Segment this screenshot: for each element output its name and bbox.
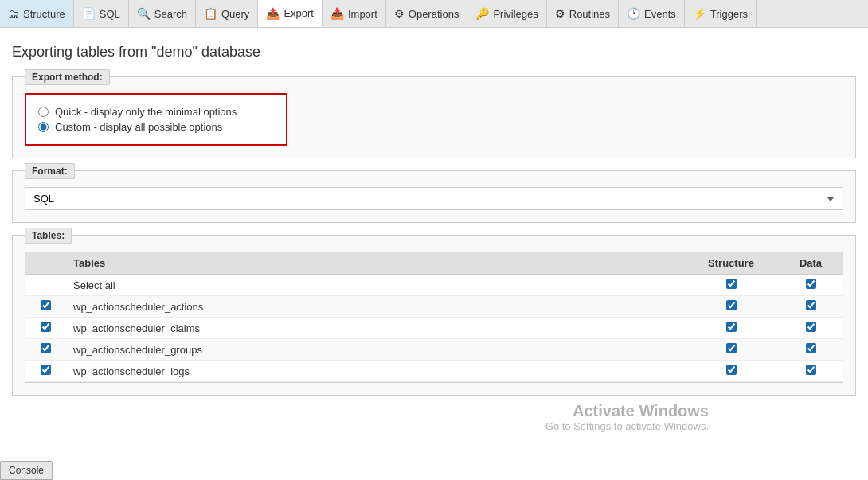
row1-structure-cb[interactable] xyxy=(726,300,737,310)
row3-checkbox[interactable] xyxy=(41,343,51,353)
format-label: Format: xyxy=(25,163,75,179)
watermark-line2: Go to Settings to activate Windows. xyxy=(545,420,709,432)
nav-item-triggers[interactable]: ⚡ Triggers xyxy=(685,0,757,27)
row2-structure-cb[interactable] xyxy=(726,322,737,332)
nav-item-operations[interactable]: ⚙ Operations xyxy=(386,0,468,27)
row2-structure-cell xyxy=(683,318,779,339)
row4-structure-cell xyxy=(683,361,779,382)
quick-option[interactable]: Quick - display only the minimal options xyxy=(38,106,274,118)
search-icon: 🔍 xyxy=(137,7,151,20)
select-all-checkbox-cell xyxy=(25,275,65,296)
row4-checkbox[interactable] xyxy=(41,365,51,375)
table-body: Select all xyxy=(25,275,843,382)
table-row: wp_actionscheduler_logs xyxy=(25,361,843,382)
table-header: Tables Structure Data xyxy=(25,252,843,275)
row1-checkbox[interactable] xyxy=(41,300,51,310)
page-title: Exporting tables from "demo" database xyxy=(12,44,856,60)
col-checkbox xyxy=(25,252,65,275)
nav-item-import[interactable]: 📥 Import xyxy=(323,0,386,27)
export-method-content: Quick - display only the minimal options… xyxy=(25,93,843,146)
sql-icon: 📄 xyxy=(82,7,96,20)
tables-table: Tables Structure Data Select all xyxy=(25,252,843,382)
row3-structure-cb[interactable] xyxy=(726,343,737,353)
custom-radio[interactable] xyxy=(38,122,49,132)
row3-data-cb[interactable] xyxy=(806,343,816,353)
row2-name-cell: wp_actionscheduler_claims xyxy=(65,318,683,339)
row1-data-cell xyxy=(779,296,843,318)
nav-item-routines[interactable]: ⚙ Routines xyxy=(547,0,619,27)
select-all-row: Select all xyxy=(25,275,843,296)
row2-data-cell xyxy=(779,318,843,339)
routines-icon: ⚙ xyxy=(555,7,565,20)
row4-check-cell xyxy=(25,361,65,382)
query-icon: 📋 xyxy=(204,7,217,20)
row2-check-cell xyxy=(25,318,65,339)
custom-option[interactable]: Custom - display all possible options xyxy=(38,121,274,133)
tables-label: Tables: xyxy=(25,228,72,244)
export-icon: 📤 xyxy=(266,7,280,20)
row1-structure-cell xyxy=(683,296,779,318)
watermark: Activate Windows Go to Settings to activ… xyxy=(545,402,709,432)
col-data: Data xyxy=(779,252,843,275)
quick-radio[interactable] xyxy=(38,107,49,117)
row2-data-cb[interactable] xyxy=(806,322,816,332)
row3-name-cell: wp_actionscheduler_groups xyxy=(65,339,683,361)
table-row: wp_actionscheduler_groups xyxy=(25,339,843,361)
structure-icon: 🗂 xyxy=(8,7,19,20)
select-all-data-cell xyxy=(779,275,843,296)
select-all-structure-cb[interactable] xyxy=(726,279,737,289)
row3-data-cell xyxy=(779,339,843,361)
row4-data-cb[interactable] xyxy=(806,365,816,375)
row3-check-cell xyxy=(25,339,65,361)
format-select[interactable]: SQL CSV XML JSON PDF LaTeX xyxy=(25,187,843,210)
select-all-label-cell: Select all xyxy=(65,275,683,296)
operations-icon: ⚙ xyxy=(394,7,405,20)
main-content: Exporting tables from "demo" database Ex… xyxy=(0,28,868,480)
tables-content: Tables Structure Data Select all xyxy=(25,252,843,383)
row4-structure-cb[interactable] xyxy=(726,365,737,375)
format-content: SQL CSV XML JSON PDF LaTeX xyxy=(25,187,843,210)
format-section: Format: SQL CSV XML JSON PDF LaTeX xyxy=(12,170,856,223)
triggers-icon: ⚡ xyxy=(693,7,706,20)
console-button[interactable]: Console xyxy=(0,461,53,480)
table-row: wp_actionscheduler_claims xyxy=(25,318,843,339)
nav-item-query[interactable]: 📋 Query xyxy=(196,0,258,27)
row3-structure-cell xyxy=(683,339,779,361)
row1-name-cell: wp_actionscheduler_actions xyxy=(65,296,683,318)
nav-item-search[interactable]: 🔍 Search xyxy=(129,0,196,27)
row2-checkbox[interactable] xyxy=(41,322,51,332)
row4-name-cell: wp_actionscheduler_logs xyxy=(65,361,683,382)
import-icon: 📥 xyxy=(330,7,344,20)
nav-item-export[interactable]: 📤 Export xyxy=(258,0,323,27)
nav-item-privileges[interactable]: 🔑 Privileges xyxy=(467,0,546,27)
row4-data-cell xyxy=(779,361,843,382)
col-tables: Tables xyxy=(65,252,683,275)
select-all-structure-cell xyxy=(683,275,779,296)
row1-check-cell xyxy=(25,296,65,318)
select-all-data-cb[interactable] xyxy=(806,279,816,289)
export-method-radio-box: Quick - display only the minimal options… xyxy=(25,93,287,146)
nav-bar: 🗂 Structure 📄 SQL 🔍 Search 📋 Query 📤 Exp… xyxy=(0,0,868,28)
col-structure: Structure xyxy=(683,252,779,275)
events-icon: 🕐 xyxy=(627,7,640,20)
row1-data-cb[interactable] xyxy=(806,300,816,310)
tables-section: Tables: Tables Structure Data xyxy=(12,235,856,396)
table-row: wp_actionscheduler_actions xyxy=(25,296,843,318)
export-method-section: Export method: Quick - display only the … xyxy=(12,76,856,158)
nav-item-structure[interactable]: 🗂 Structure xyxy=(0,0,74,27)
export-method-label: Export method: xyxy=(25,69,110,85)
tables-wrapper: Tables Structure Data Select all xyxy=(25,252,843,383)
privileges-icon: 🔑 xyxy=(475,7,489,20)
nav-item-events[interactable]: 🕐 Events xyxy=(619,0,685,27)
watermark-line1: Activate Windows xyxy=(545,402,709,420)
nav-item-sql[interactable]: 📄 SQL xyxy=(74,0,129,27)
